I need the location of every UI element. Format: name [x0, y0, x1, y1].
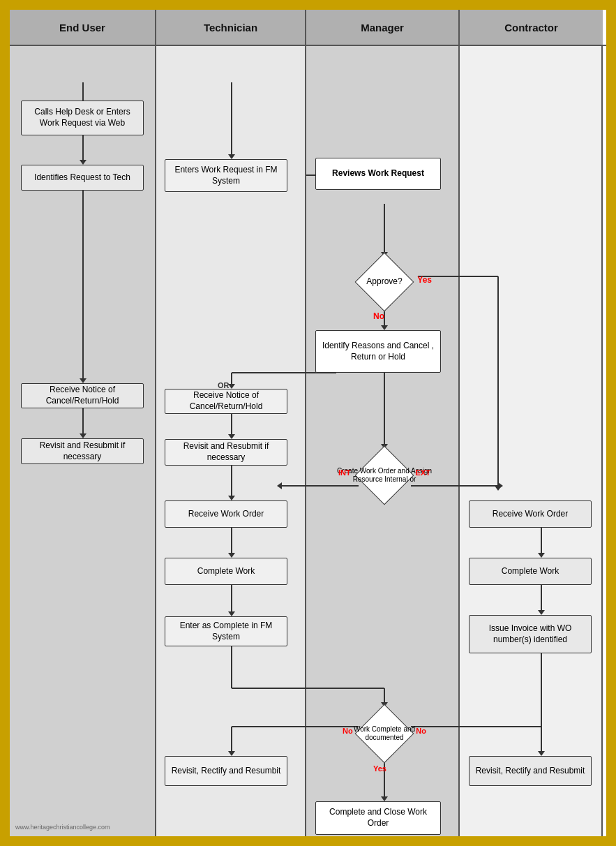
calls-help-desk-box: Calls Help Desk or Enters Work Request v… — [21, 101, 144, 135]
receive-notice-enduser-box: Receive Notice of Cancel/Return/Hold — [21, 383, 144, 408]
complete-work-tech-box: Complete Work — [165, 558, 287, 585]
no2-label: No — [343, 727, 353, 735]
identifies-request-box: Identifies Request to Tech — [21, 165, 144, 191]
complete-work-contractor-box: Complete Work — [469, 558, 592, 585]
work-complete-diamond: Work Complete and documented No No Yes — [358, 707, 411, 760]
enter-complete-box: Enter as Complete in FM System — [165, 616, 287, 646]
ext-label: EXT — [416, 468, 430, 477]
yes-label: Yes — [417, 275, 432, 285]
create-work-order-diamond: Create Work Order and Assign Resource In… — [358, 449, 411, 502]
header-end-user: End User — [10, 10, 156, 45]
complete-close-box: Complete and Close Work Order — [315, 801, 441, 835]
no3-label: No — [416, 727, 426, 735]
receive-work-order-tech-box: Receive Work Order — [165, 500, 287, 528]
header-contractor: Contractor — [460, 10, 603, 45]
identify-reasons-box: Identify Reasons and Cancel , Return or … — [315, 330, 441, 373]
receive-notice-tech-box: Receive Notice of Cancel/Return/Hold — [165, 389, 287, 414]
revisit-resubmit-tech-box: Revisit and Resubmit if necessary — [165, 439, 287, 466]
lane-contractor — [460, 46, 603, 836]
header-manager: Manager — [306, 10, 460, 45]
content-area: Calls Help Desk or Enters Work Request v… — [10, 46, 606, 836]
issue-invoice-box: Issue Invoice with WO number(s) identifi… — [469, 615, 592, 653]
revisit-rectify-tech-box: Revisit, Rectify and Resumbit — [165, 756, 287, 786]
header-row: End User Technician Manager Contractor — [10, 10, 606, 46]
approve-diamond: Approve? Yes No — [358, 255, 411, 309]
no-label: No — [373, 311, 384, 321]
reviews-work-request-box: Reviews Work Request — [315, 158, 441, 190]
watermark: www.heritagechristiancollege.com — [15, 824, 110, 831]
revisit-resubmit-enduser-box: Revisit and Resubmit if necessary — [21, 438, 144, 464]
yes2-label: Yes — [373, 764, 386, 773]
int-label: INT — [338, 468, 351, 477]
diagram-wrapper: End User Technician Manager Contractor — [6, 6, 610, 840]
diagram-container: End User Technician Manager Contractor — [10, 10, 606, 836]
revisit-rectify-contractor-box: Revisit, Rectify and Resubmit — [469, 756, 592, 786]
enters-work-request-box: Enters Work Request in FM System — [165, 159, 287, 192]
receive-work-order-contractor-box: Receive Work Order — [469, 500, 592, 528]
header-technician: Technician — [156, 10, 306, 45]
